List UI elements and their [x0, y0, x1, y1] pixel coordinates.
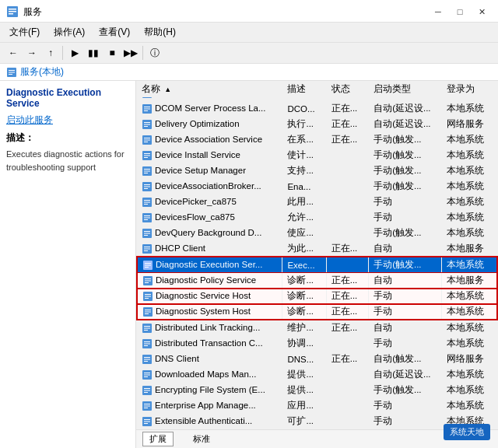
app-icon [6, 5, 19, 18]
up-button[interactable]: ↑ [42, 44, 59, 61]
svg-rect-67 [144, 173, 148, 173]
table-row[interactable]: DevicesFlow_ca875允许...手动本地系统 [137, 210, 497, 226]
title-bar-left: 服务 [6, 5, 42, 19]
svg-rect-103 [145, 313, 149, 314]
table-row[interactable]: Distributed Link Tracking...维护...正在...自动… [137, 320, 497, 336]
svg-rect-66 [144, 170, 150, 171]
table-row[interactable]: Diagnostic Service Host诊断...正在...手动本地系统 [137, 289, 497, 304]
table-row[interactable]: Delivery Optimization执行...正在...自动(延迟设...… [137, 117, 497, 132]
svg-rect-101 [145, 310, 151, 310]
info-button[interactable]: ⓘ [146, 44, 163, 61]
svg-rect-106 [144, 327, 150, 328]
table-row[interactable]: Distributed Transaction C...协调...手动本地系统 [137, 336, 497, 352]
breadcrumb-bar: 服务(本地) [0, 64, 498, 81]
svg-rect-65 [144, 169, 150, 170]
col-start[interactable]: 启动类型 [369, 81, 441, 98]
col-login[interactable]: 登录为 [441, 81, 497, 98]
pause-button[interactable]: ▮▮ [85, 44, 102, 61]
svg-rect-53 [144, 122, 150, 123]
left-panel-service-title: Diagnostic Execution Service [6, 87, 129, 109]
table-row[interactable]: Device Setup Manager支持...手动(触发...本地系统 [137, 163, 497, 179]
right-panel: 名称 ▲ 描述 状态 启动类型 登录为 COM+ Event System支持.… [136, 81, 498, 448]
status-extended[interactable]: 扩展 [142, 432, 174, 446]
svg-rect-110 [144, 343, 150, 344]
svg-rect-85 [144, 247, 150, 247]
stop-button[interactable]: ■ [103, 44, 121, 61]
window-title: 服务 [23, 5, 42, 19]
svg-rect-59 [144, 142, 148, 142]
svg-rect-121 [144, 388, 150, 389]
svg-rect-127 [144, 408, 148, 408]
svg-rect-131 [144, 423, 148, 424]
forward-button[interactable]: → [23, 44, 40, 61]
start-service-link[interactable]: 启动此服务 [6, 114, 129, 127]
toolbar: ← → ↑ ▶ ▮▮ ■ ▶▶ ⓘ [0, 43, 498, 64]
svg-rect-102 [145, 311, 151, 312]
services-table[interactable]: 名称 ▲ 描述 状态 启动类型 登录为 COM+ Event System支持.… [136, 81, 498, 429]
svg-rect-111 [144, 345, 148, 346]
back-button[interactable]: ← [5, 44, 22, 61]
table-row[interactable]: DNS ClientDNS...正在...自动(触发...网络服务 [137, 352, 497, 367]
svg-rect-57 [144, 138, 150, 138]
table-row[interactable]: Enterprise App Manage...应用...手动本地系统 [137, 398, 497, 414]
col-status[interactable]: 状态 [326, 81, 368, 98]
table-row[interactable]: Downloaded Maps Man...提供...自动(延迟设...本地系统 [137, 367, 497, 383]
window-controls: ─ □ ✕ [428, 5, 492, 19]
table-row[interactable]: DCOM Server Process La...DCO...正在...自动(延… [137, 101, 497, 117]
table-row[interactable]: DHCP Client为此...正在...自动本地服务 [137, 241, 497, 257]
svg-rect-123 [144, 392, 148, 393]
svg-rect-114 [144, 359, 150, 359]
svg-rect-91 [145, 267, 149, 268]
maximize-button[interactable]: □ [450, 5, 470, 19]
svg-rect-122 [144, 390, 150, 390]
svg-rect-5 [9, 70, 15, 71]
svg-rect-125 [144, 404, 150, 404]
svg-rect-117 [144, 373, 150, 373]
menu-file[interactable]: 文件(F) [3, 24, 46, 40]
col-desc[interactable]: 描述 [282, 81, 326, 98]
svg-rect-71 [144, 188, 148, 189]
svg-rect-93 [145, 278, 151, 279]
col-name[interactable]: 名称 ▲ [137, 81, 282, 98]
svg-rect-3 [9, 13, 13, 15]
svg-rect-82 [144, 233, 150, 233]
status-standard[interactable]: 标准 [186, 432, 217, 446]
minimize-button[interactable]: ─ [428, 5, 448, 19]
toolbar-sep-2 [142, 46, 143, 60]
table-row[interactable]: Diagnostic Execution Ser...Exec...手动(触发.… [137, 257, 497, 273]
svg-rect-98 [145, 296, 151, 296]
restart-button[interactable]: ▶▶ [122, 44, 139, 61]
menu-action[interactable]: 操作(A) [47, 24, 91, 40]
svg-rect-97 [145, 294, 151, 295]
breadcrumb-root[interactable]: 服务(本地) [20, 65, 64, 79]
table-row[interactable]: DevQuery Background D...使应...手动(触发...本地系… [137, 226, 497, 241]
svg-rect-74 [144, 201, 150, 202]
close-button[interactable]: ✕ [472, 5, 492, 19]
table-row[interactable]: Encrypting File System (E...提供...手动(触发..… [137, 383, 497, 398]
svg-rect-54 [144, 124, 150, 124]
table-row[interactable]: Device Association Service在系...正在...手动(触… [137, 132, 497, 148]
svg-rect-115 [144, 361, 148, 362]
menu-help[interactable]: 帮助(H) [138, 24, 182, 40]
desc-label: 描述： [6, 131, 129, 145]
svg-rect-78 [144, 217, 150, 218]
svg-rect-95 [145, 282, 149, 283]
svg-rect-61 [144, 153, 150, 154]
table-row[interactable]: Diagnostic System Host诊断...正在...手动本地系统 [137, 304, 497, 320]
table-row[interactable]: DeviceAssociationBroker...Ena...手动(触发...… [137, 179, 497, 194]
title-bar: 服务 ─ □ ✕ [0, 0, 498, 23]
menu-view[interactable]: 查看(V) [93, 24, 136, 40]
menu-bar: 文件(F) 操作(A) 查看(V) 帮助(H) [0, 23, 498, 43]
table-row[interactable]: Diagnostic Policy Service诊断...正在...自动本地服… [137, 273, 497, 289]
table-row[interactable]: DevicePicker_ca875此用...手动本地系统 [137, 194, 497, 210]
svg-rect-118 [144, 374, 150, 375]
services-list: 名称 ▲ 描述 状态 启动类型 登录为 COM+ Event System支持.… [136, 81, 498, 429]
play-button[interactable]: ▶ [66, 44, 83, 61]
table-row[interactable]: Device Install Service使计...手动(触发...本地系统 [137, 148, 497, 163]
svg-rect-109 [144, 341, 150, 342]
svg-rect-50 [144, 108, 150, 109]
svg-rect-130 [144, 421, 150, 422]
svg-rect-58 [144, 139, 150, 140]
svg-rect-70 [144, 186, 150, 187]
svg-rect-77 [144, 215, 150, 216]
